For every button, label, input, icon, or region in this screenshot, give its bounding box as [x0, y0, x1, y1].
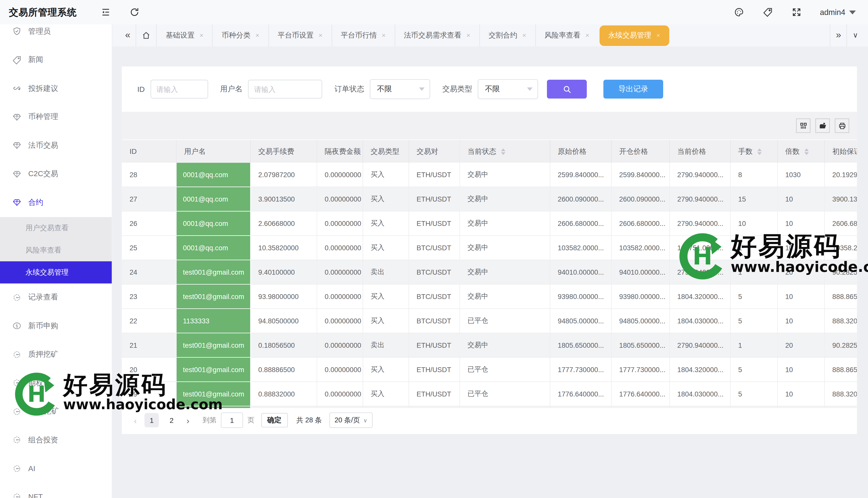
page-size-select[interactable]: 20 条/页 ∨ — [330, 412, 372, 428]
dollar-icon: $ — [12, 321, 22, 331]
tabs-scroll-right-icon[interactable]: » — [830, 24, 847, 47]
sort-icon[interactable] — [804, 148, 808, 155]
column-label: 初始保证金 — [832, 146, 857, 156]
tab-label: 平台币设置 — [278, 30, 314, 40]
export-records-button[interactable]: 导出记录 — [603, 80, 663, 99]
cell-current: 1804.320000... — [669, 357, 730, 382]
tab-平台币行情[interactable]: 平台币行情× — [332, 24, 395, 47]
tag-icon[interactable] — [762, 6, 774, 18]
cell-type: 买入 — [363, 187, 409, 211]
cell-leverage — [777, 406, 824, 408]
column-settings-icon[interactable] — [796, 119, 811, 133]
sidebar-subitem-风险率查看[interactable]: 风险率查看 — [0, 239, 112, 261]
close-icon[interactable]: × — [466, 31, 470, 39]
theme-palette-icon[interactable] — [734, 6, 745, 18]
close-icon[interactable]: × — [656, 31, 660, 39]
close-icon[interactable]: × — [318, 31, 322, 39]
clock-icon — [12, 464, 22, 473]
sidebar-item-DeFi挖矿[interactable]: DeFi挖矿 — [0, 397, 112, 426]
refresh-icon[interactable] — [129, 6, 140, 18]
close-icon[interactable]: × — [255, 31, 259, 39]
cell-pair: ETH/USDT — [409, 357, 460, 382]
id-filter-input[interactable] — [150, 80, 208, 99]
cell-pair — [409, 406, 460, 408]
cell-leverage: 10 — [777, 236, 824, 260]
sidebar-submenu: 用户交易查看风险率查看永续交易管理 — [0, 217, 112, 283]
clock-icon — [12, 378, 22, 388]
tab-永续交易管理[interactable]: 永续交易管理× — [599, 25, 669, 46]
sidebar-item-期权[interactable]: 期权 — [0, 369, 112, 397]
order-status-filter-label: 订单状态 — [334, 84, 364, 94]
sidebar-item-管理员[interactable]: 管理员 — [0, 24, 112, 46]
cell-user: 1133333 — [176, 309, 250, 333]
export-file-icon[interactable] — [815, 119, 830, 133]
cell-status: 交易中 — [459, 211, 550, 236]
page-number-2[interactable]: 2 — [165, 413, 179, 428]
sort-icon[interactable] — [757, 148, 761, 155]
home-tab-icon[interactable] — [136, 31, 157, 40]
cell-status: 已平仓 — [459, 357, 550, 382]
close-icon[interactable]: × — [199, 31, 203, 39]
tabs-scroll-left-icon[interactable]: « — [120, 24, 136, 47]
tab-风险率查看[interactable]: 风险率查看× — [536, 24, 598, 47]
tab-平台币设置[interactable]: 平台币设置× — [269, 24, 331, 47]
column-header-当前状态[interactable]: 当前状态 — [459, 140, 550, 163]
sidebar-item-新闻[interactable]: 新闻 — [0, 46, 112, 74]
tab-交割合约[interactable]: 交割合约× — [480, 24, 535, 47]
trade-type-select[interactable]: 不限 — [478, 79, 538, 99]
prev-page-icon[interactable]: ‹ — [131, 416, 140, 425]
sidebar-item-label: AI — [28, 464, 35, 473]
close-icon[interactable]: × — [586, 31, 589, 39]
cell-lots: 1 — [730, 236, 777, 260]
confirm-page-button[interactable]: 确定 — [261, 413, 288, 428]
sidebar-subitem-用户交易查看[interactable]: 用户交易查看 — [0, 217, 112, 239]
search-button[interactable] — [547, 80, 587, 99]
cell-overnight: 0.00000000 — [317, 309, 363, 333]
sidebar-subitem-永续交易管理[interactable]: 永续交易管理 — [0, 261, 112, 283]
sidebar-collapse-icon[interactable] — [100, 6, 111, 18]
column-header-手数[interactable]: 手数 — [730, 140, 777, 163]
sidebar-item-合约[interactable]: 合约 — [0, 188, 112, 217]
close-icon[interactable]: × — [382, 31, 385, 39]
print-icon[interactable] — [835, 119, 849, 133]
cell-id: 23 — [122, 284, 176, 309]
sidebar-item-新币申购[interactable]: $新币申购 — [0, 312, 112, 340]
sidebar-item-AI[interactable]: AI — [0, 454, 112, 483]
cell-user — [176, 406, 250, 408]
goto-page-input[interactable] — [221, 412, 243, 428]
sort-icon[interactable] — [501, 148, 505, 155]
next-page-icon[interactable]: › — [183, 416, 193, 425]
sidebar-item-C2C交易[interactable]: C2C交易 — [0, 160, 112, 188]
user-menu[interactable]: admin4 — [820, 8, 856, 17]
sidebar-item-质押挖矿[interactable]: 质押挖矿 — [0, 340, 112, 369]
sidebar-item-币种管理[interactable]: 币种管理 — [0, 103, 112, 131]
goto-label: 到第 — [202, 416, 216, 425]
page-number-1[interactable]: 1 — [144, 413, 159, 428]
cell-original: 2606.680000... — [550, 211, 611, 236]
cell-current: 2790.940000... — [669, 260, 730, 284]
sidebar-item-NFT[interactable]: NFT — [0, 483, 112, 498]
tab-bar: « 基础设置×币种分类×平台币设置×平台币行情×法币交易需求查看×交割合约×风险… — [112, 24, 868, 47]
cell-user: 0001@qq.com — [176, 211, 250, 236]
tab-币种分类[interactable]: 币种分类× — [213, 24, 268, 47]
sidebar-item-记录查看[interactable]: 记录查看 — [0, 283, 112, 312]
close-icon[interactable]: × — [522, 31, 526, 39]
sidebar-item-label: 质押挖矿 — [28, 350, 58, 359]
sidebar-item-法币交易[interactable]: 法币交易 — [0, 131, 112, 160]
column-label: 交易对 — [417, 146, 438, 156]
tab-法币交易需求查看[interactable]: 法币交易需求查看× — [395, 24, 479, 47]
chevron-down-icon: ∨ — [363, 417, 367, 423]
order-status-select[interactable]: 不限 — [370, 79, 430, 99]
cell-overnight: 0.00000000 — [317, 260, 363, 284]
tabs-menu-icon[interactable]: ∨ — [847, 24, 864, 47]
column-label: 手数 — [738, 146, 753, 156]
tab-基础设置[interactable]: 基础设置× — [157, 24, 212, 47]
sidebar-item-投拆建议[interactable]: 投拆建议 — [0, 74, 112, 103]
sidebar-item-组合投资[interactable]: 组合投资 — [0, 426, 112, 454]
tag-icon — [12, 55, 22, 65]
fullscreen-icon[interactable] — [791, 6, 802, 18]
tab-label: 交割合约 — [489, 30, 517, 40]
column-header-倍数[interactable]: 倍数 — [777, 140, 824, 163]
cell-fee: 9.40100000 — [250, 260, 317, 284]
username-filter-input[interactable] — [248, 80, 322, 99]
